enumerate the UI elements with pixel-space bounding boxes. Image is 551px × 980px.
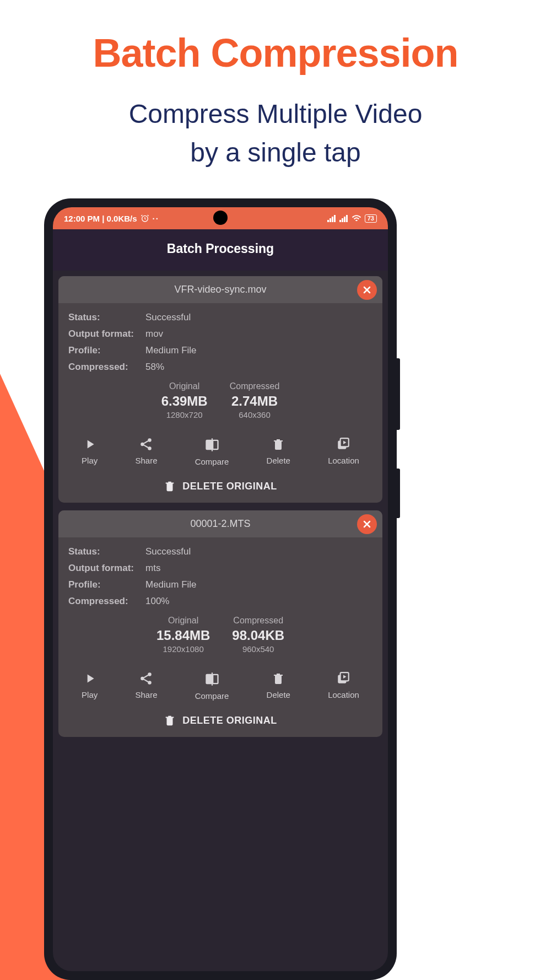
- share-label: Share: [135, 690, 157, 699]
- label-output-format: Output format:: [68, 563, 145, 574]
- label-compressed: Compressed:: [68, 362, 145, 373]
- value-status: Successful: [145, 546, 191, 557]
- delete-original-label: DELETE ORIGINAL: [182, 715, 277, 726]
- col-compressed-label: Compressed: [232, 616, 284, 626]
- card-filename: 00001-2.MTS: [66, 518, 375, 530]
- label-profile: Profile:: [68, 345, 145, 356]
- card-header: VFR-video-sync.mov: [58, 276, 382, 303]
- location-label: Location: [328, 690, 359, 699]
- svg-rect-3: [332, 217, 333, 222]
- close-icon: [361, 284, 372, 295]
- svg-rect-8: [346, 215, 348, 222]
- col-original-label: Original: [156, 616, 210, 626]
- compare-label: Compare: [195, 457, 229, 466]
- play-label: Play: [82, 690, 98, 699]
- trash-icon: [272, 437, 285, 451]
- svg-rect-5: [339, 220, 341, 222]
- play-icon: [83, 671, 97, 686]
- original-resolution: 1280x720: [161, 410, 208, 419]
- location-icon: [336, 437, 351, 451]
- phone-frame: 12:00 PM | 0.0KB/s ·· 73 Batch Proces: [44, 198, 397, 980]
- compressed-resolution: 960x540: [232, 644, 284, 654]
- app-bar-title: Batch Processing: [53, 229, 388, 271]
- delete-label: Delete: [267, 456, 290, 465]
- subhead-line-1: Compress Multiple Video: [129, 99, 423, 128]
- close-icon: [361, 519, 372, 530]
- share-button[interactable]: Share: [135, 437, 157, 466]
- svg-point-10: [141, 443, 145, 446]
- svg-point-19: [148, 681, 152, 685]
- location-icon: [336, 671, 351, 686]
- label-compressed: Compressed:: [68, 596, 145, 607]
- marketing-headline: Batch Compression: [0, 30, 551, 76]
- svg-point-18: [141, 677, 145, 681]
- share-icon: [139, 437, 153, 451]
- col-original-label: Original: [161, 381, 208, 391]
- compressed-resolution: 640x360: [230, 410, 280, 419]
- compare-button[interactable]: Compare: [195, 437, 229, 466]
- wifi-icon: [352, 214, 361, 222]
- svg-rect-1: [327, 220, 329, 222]
- delete-label: Delete: [267, 690, 290, 699]
- share-icon: [139, 671, 153, 686]
- subhead-line-2: by a single tap: [190, 138, 361, 167]
- svg-point-17: [148, 672, 152, 676]
- phone-side-button: [397, 358, 400, 430]
- value-profile: Medium File: [145, 345, 197, 356]
- signal-icon: [327, 214, 336, 222]
- label-status: Status:: [68, 312, 145, 323]
- compressed-size: 98.04KB: [232, 628, 284, 643]
- share-label: Share: [135, 456, 157, 465]
- svg-rect-21: [213, 675, 218, 683]
- svg-point-9: [148, 438, 152, 442]
- status-time-net: 12:00 PM | 0.0KB/s: [64, 214, 137, 223]
- play-label: Play: [82, 456, 98, 465]
- svg-rect-6: [342, 218, 343, 222]
- svg-rect-4: [334, 215, 336, 222]
- alarm-icon: [141, 214, 149, 223]
- label-profile: Profile:: [68, 579, 145, 590]
- svg-rect-12: [206, 440, 211, 449]
- phone-side-button: [397, 469, 400, 518]
- delete-button[interactable]: Delete: [267, 437, 290, 466]
- compare-label: Compare: [195, 691, 229, 701]
- card-header: 00001-2.MTS: [58, 510, 382, 537]
- phone-screen: 12:00 PM | 0.0KB/s ·· 73 Batch Proces: [53, 207, 388, 971]
- camera-notch: [213, 211, 228, 225]
- signal-icon: [339, 214, 348, 222]
- delete-original-button[interactable]: DELETE ORIGINAL: [58, 474, 382, 503]
- play-button[interactable]: Play: [82, 671, 98, 701]
- card-filename: VFR-video-sync.mov: [66, 284, 375, 295]
- svg-point-11: [148, 446, 152, 450]
- close-button[interactable]: [357, 280, 377, 300]
- trash-icon: [164, 714, 176, 727]
- status-bar: 12:00 PM | 0.0KB/s ·· 73: [53, 207, 388, 229]
- marketing-subhead: Compress Multiple Video by a single tap: [0, 95, 551, 171]
- result-card: 00001-2.MTS Status:Successful Output for…: [58, 510, 382, 737]
- compare-button[interactable]: Compare: [195, 671, 229, 701]
- battery-indicator: 73: [365, 214, 377, 223]
- status-dots: ··: [153, 214, 159, 223]
- label-output-format: Output format:: [68, 329, 145, 340]
- trash-icon: [164, 480, 176, 493]
- svg-rect-20: [206, 675, 211, 683]
- location-button[interactable]: Location: [328, 437, 359, 466]
- location-label: Location: [328, 456, 359, 465]
- value-output-format: mts: [145, 563, 160, 574]
- value-compressed-pct: 100%: [145, 596, 169, 607]
- location-button[interactable]: Location: [328, 671, 359, 701]
- compare-icon: [204, 671, 220, 687]
- close-button[interactable]: [357, 514, 377, 534]
- play-icon: [83, 437, 97, 451]
- value-status: Successful: [145, 312, 191, 323]
- delete-button[interactable]: Delete: [267, 671, 290, 701]
- share-button[interactable]: Share: [135, 671, 157, 701]
- value-output-format: mov: [145, 329, 163, 340]
- original-size: 6.39MB: [161, 394, 208, 409]
- original-resolution: 1920x1080: [156, 644, 210, 654]
- delete-original-label: DELETE ORIGINAL: [182, 481, 277, 492]
- compressed-size: 2.74MB: [230, 394, 280, 409]
- result-card: VFR-video-sync.mov Status:Successful Out…: [58, 276, 382, 503]
- delete-original-button[interactable]: DELETE ORIGINAL: [58, 708, 382, 737]
- play-button[interactable]: Play: [82, 437, 98, 466]
